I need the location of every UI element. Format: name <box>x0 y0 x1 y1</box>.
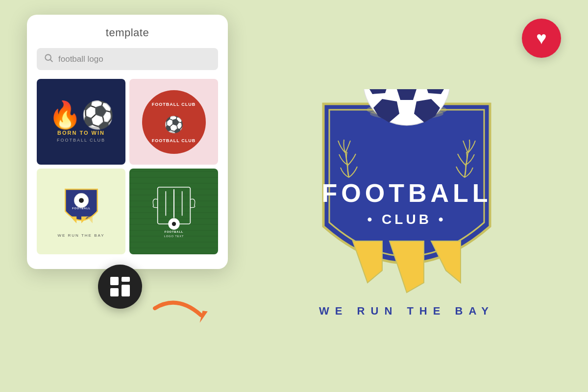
svg-point-13 <box>172 221 175 225</box>
search-input-text: football logo <box>58 54 103 64</box>
svg-rect-19 <box>122 285 130 296</box>
svg-marker-24 <box>390 241 424 293</box>
search-icon <box>44 53 53 65</box>
badge-text-bottom: FOOTBALL CLUB <box>152 138 196 143</box>
thumb1-subtitle: FOOTBALL CLUB <box>57 138 105 143</box>
template-thumb-3[interactable]: FOOTBALL WE RUN THE BAY <box>37 169 125 254</box>
svg-rect-17 <box>122 277 130 282</box>
svg-marker-33 <box>397 89 416 100</box>
search-bar[interactable]: football logo <box>37 48 218 70</box>
main-tagline: WE RUN THE BAY <box>319 305 494 318</box>
template-grid: 🔥⚽ BORN TO WIN FOOTBALL CLUB FOOTBALL CL… <box>37 79 218 254</box>
template-thumb-2[interactable]: FOOTBALL CLUB ⚽ FOOTBALL CLUB <box>129 79 218 165</box>
svg-text:FOOTBALL: FOOTBALL <box>164 230 183 233</box>
svg-rect-16 <box>110 277 119 285</box>
template-thumb-1[interactable]: 🔥⚽ BORN TO WIN FOOTBALL CLUB <box>37 79 125 165</box>
svg-marker-4 <box>86 217 92 223</box>
grid-layout-icon <box>109 275 131 298</box>
svg-line-1 <box>50 60 53 62</box>
main-logo-svg: FOOTBALL • CLUB • <box>309 89 505 300</box>
svg-marker-23 <box>353 241 382 283</box>
heart-icon: ♥ <box>536 28 546 49</box>
template-button[interactable] <box>98 265 142 309</box>
svg-text:• CLUB •: • CLUB • <box>368 212 446 227</box>
svg-marker-25 <box>431 241 461 283</box>
svg-text:FOOTBALL: FOOTBALL <box>321 179 491 207</box>
shield-small: FOOTBALL <box>59 185 103 229</box>
badge-text-top: FOOTBALL CLUB <box>152 102 196 107</box>
thumb3-footer: WE RUN THE BAY <box>57 233 104 238</box>
template-panel: template football logo 🔥⚽ BORN TO WIN FO… <box>27 15 228 269</box>
svg-rect-18 <box>110 288 119 296</box>
svg-text:FOOTBALL: FOOTBALL <box>72 207 91 210</box>
main-canvas-content: FOOTBALL • CLUB • WE RUN THE BAY <box>235 24 578 382</box>
svg-text:LOGO TEXT: LOGO TEXT <box>164 234 184 237</box>
template-thumb-4[interactable]: FOOTBALL LOGO TEXT <box>129 169 218 254</box>
svg-point-6 <box>79 198 84 203</box>
circular-badge: FOOTBALL CLUB ⚽ FOOTBALL CLUB <box>142 90 206 154</box>
born-to-win-text: BORN TO WIN <box>57 130 105 136</box>
badge-ball-icon: ⚽ <box>164 115 184 134</box>
heart-button[interactable]: ♥ <box>522 19 561 58</box>
svg-marker-2 <box>70 217 76 223</box>
panel-title: template <box>37 26 218 39</box>
svg-point-0 <box>45 54 51 60</box>
fire-ball-icon: 🔥⚽ <box>49 101 114 128</box>
